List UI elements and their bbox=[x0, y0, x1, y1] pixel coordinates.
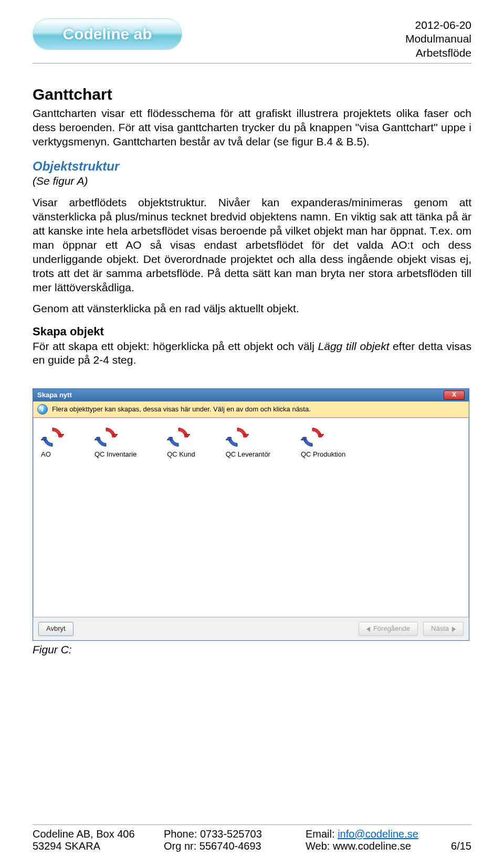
dialog-titlebar: Skapa nytt X bbox=[33, 389, 469, 401]
section-paragraph-b: Genom att vänsterklicka på en rad väljs … bbox=[33, 302, 471, 316]
figure-caption: Figur C: bbox=[33, 643, 471, 657]
page-number: 6/15 bbox=[451, 840, 471, 852]
section-paragraph-a: Visar arbetflödets objektstruktur. Nivåe… bbox=[33, 196, 471, 294]
logo-text: Codeline ab bbox=[62, 25, 152, 43]
section-subtitle: (Se figur A) bbox=[33, 174, 471, 188]
previous-button[interactable]: Föregående bbox=[359, 622, 418, 636]
text-fragment: För att skapa ett objekt: högerklicka på… bbox=[33, 340, 318, 352]
next-label: Nästa bbox=[431, 624, 449, 633]
cancel-button[interactable]: Avbryt bbox=[38, 622, 74, 636]
header-title: Modulmanual bbox=[405, 32, 471, 46]
next-button[interactable]: Nästa bbox=[423, 622, 464, 636]
header-meta: 2012-06-20 Modulmanual Arbetsflöde bbox=[405, 18, 471, 60]
header-date: 2012-06-20 bbox=[405, 18, 471, 32]
object-type-item[interactable]: AO bbox=[41, 426, 64, 459]
object-type-item[interactable]: QC Produktion bbox=[301, 426, 345, 459]
cycle-icon bbox=[94, 426, 118, 449]
section-paragraph-c: För att skapa ett objekt: högerklicka på… bbox=[33, 340, 471, 368]
footer-phone: Phone: 0733-525703 bbox=[164, 828, 306, 840]
footer-web: Web: www.codeline.se bbox=[306, 840, 411, 852]
page-title: Ganttchart bbox=[33, 84, 471, 104]
close-button[interactable]: X bbox=[444, 390, 465, 400]
footer-orgnr: Org nr: 556740-4693 bbox=[164, 840, 306, 852]
dialog-body: AO QC Inventarie QC Kund QC Leverantör Q… bbox=[33, 418, 469, 617]
web-url: www.codeline.se bbox=[333, 840, 411, 852]
object-type-label: AO bbox=[41, 450, 51, 459]
object-type-list: AO QC Inventarie QC Kund QC Leverantör Q… bbox=[41, 426, 461, 459]
web-label: Web: bbox=[306, 840, 333, 852]
document-body: Ganttchart Ganttcharten visar ett flödes… bbox=[33, 84, 471, 657]
footer-company: Codeline AB, Box 406 bbox=[33, 828, 164, 840]
object-type-item[interactable]: QC Kund bbox=[167, 426, 195, 459]
section-heading-skapa-objekt: Skapa objekt bbox=[33, 324, 471, 339]
object-type-label: QC Leverantör bbox=[226, 450, 270, 459]
dialog-skapa-nytt: Skapa nytt X i Flera objekttyper kan ska… bbox=[33, 388, 469, 641]
object-type-label: QC Kund bbox=[167, 450, 195, 459]
cycle-icon bbox=[301, 426, 324, 449]
previous-label: Föregående bbox=[373, 624, 410, 633]
dialog-title-text: Skapa nytt bbox=[37, 391, 72, 400]
object-type-label: QC Inventarie bbox=[94, 450, 136, 459]
object-type-item[interactable]: QC Leverantör bbox=[226, 426, 270, 459]
emphasis-text: Lägg till objekt bbox=[318, 340, 390, 352]
company-logo: Codeline ab bbox=[33, 18, 182, 50]
footer-city: 53294 SKARA bbox=[33, 840, 164, 852]
page-footer: Codeline AB, Box 406 53294 SKARA Phone: … bbox=[33, 824, 471, 852]
dialog-footer: Avbryt Föregående Nästa bbox=[33, 617, 469, 640]
intro-paragraph: Ganttcharten visar ett flödesschema för … bbox=[33, 107, 471, 149]
footer-email: Email: info@codeline.se bbox=[306, 828, 471, 840]
info-icon: i bbox=[37, 404, 48, 415]
object-type-label: QC Produktion bbox=[301, 450, 345, 459]
cycle-icon bbox=[226, 426, 249, 449]
dialog-info-text: Flera objekttyper kan skapas, dessa visa… bbox=[52, 405, 311, 414]
arrow-left-icon bbox=[366, 627, 370, 632]
email-label: Email: bbox=[306, 828, 338, 840]
footer-rule bbox=[33, 824, 471, 825]
cycle-icon bbox=[41, 426, 64, 449]
object-type-item[interactable]: QC Inventarie bbox=[94, 426, 136, 459]
header-subtitle: Arbetsflöde bbox=[405, 46, 471, 60]
email-link[interactable]: info@codeline.se bbox=[338, 828, 418, 840]
header-rule bbox=[33, 63, 471, 63]
section-heading-objektstruktur: Objektstruktur bbox=[33, 158, 471, 175]
dialog-info-bar: i Flera objekttyper kan skapas, dessa vi… bbox=[33, 401, 469, 418]
arrow-right-icon bbox=[452, 627, 456, 632]
cycle-icon bbox=[167, 426, 190, 449]
